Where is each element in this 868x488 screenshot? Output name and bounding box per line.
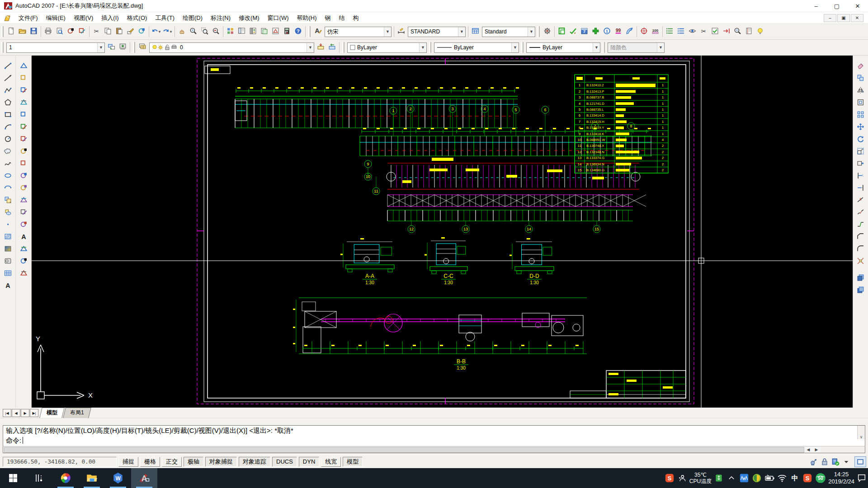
mdi-restore-button[interactable]: ▣ bbox=[837, 14, 850, 22]
menu-item-11[interactable]: 钢 bbox=[321, 13, 335, 23]
list-green-button[interactable] bbox=[664, 26, 675, 38]
tray-arrow-icon[interactable] bbox=[841, 456, 852, 467]
dropdown-arrow-icon[interactable]: ▼ bbox=[511, 43, 519, 52]
maximize-button[interactable]: ▢ bbox=[826, 0, 847, 12]
chamfer-button[interactable] bbox=[855, 231, 866, 243]
tool-palettes-button[interactable] bbox=[247, 26, 259, 38]
designcenter-button[interactable] bbox=[236, 26, 247, 38]
menu-item-5[interactable]: 工具(T) bbox=[151, 13, 179, 23]
tray-action-center-icon[interactable] bbox=[855, 468, 868, 488]
dim-jogged-button[interactable] bbox=[18, 122, 29, 133]
menu-item-7[interactable]: 标注(N) bbox=[207, 13, 235, 23]
break-at-point-button[interactable] bbox=[855, 195, 866, 206]
construction-line-button[interactable] bbox=[2, 73, 14, 84]
table-style-icon-button[interactable] bbox=[470, 26, 481, 38]
polyline-button[interactable] bbox=[2, 85, 14, 96]
insert-block-button[interactable] bbox=[2, 195, 14, 206]
dim-baseline-button[interactable] bbox=[18, 170, 29, 182]
zoom-window-button[interactable] bbox=[199, 26, 210, 38]
sheetset-manager-button[interactable] bbox=[259, 26, 270, 38]
markup-manager-button[interactable] bbox=[270, 26, 281, 38]
notebook-button[interactable] bbox=[743, 26, 755, 38]
tray-usb-green-icon[interactable] bbox=[712, 468, 725, 488]
region-button[interactable] bbox=[2, 256, 14, 267]
arc-button[interactable] bbox=[2, 122, 14, 133]
status-toggle-DUCS[interactable]: DUCS bbox=[272, 457, 297, 467]
drawing-standards-icon[interactable] bbox=[830, 456, 841, 467]
tab-next-button[interactable]: ▶ bbox=[21, 409, 29, 417]
close-button[interactable]: ✕ bbox=[847, 0, 868, 12]
polygon-button[interactable] bbox=[2, 97, 14, 108]
extend-button[interactable] bbox=[855, 183, 866, 194]
draworder-front-button[interactable] bbox=[855, 272, 866, 284]
tray-battery-icon[interactable] bbox=[763, 468, 776, 488]
workspace-combo[interactable]: 1▼ bbox=[6, 42, 105, 53]
taskbar-file-explorer-icon[interactable] bbox=[79, 468, 105, 488]
table-style-combo[interactable]: Standard▼ bbox=[482, 27, 535, 37]
tray-wifi-icon[interactable] bbox=[776, 468, 788, 488]
dropdown-arrow-icon[interactable]: ▼ bbox=[458, 27, 465, 37]
taskbar-wps-icon[interactable]: W bbox=[105, 468, 131, 488]
help-button[interactable]: ? bbox=[292, 26, 304, 38]
dim-continue-button[interactable] bbox=[18, 183, 29, 194]
open-button[interactable] bbox=[17, 26, 28, 38]
redo-button[interactable]: ▼ bbox=[162, 26, 173, 38]
cad-drawing-canvas[interactable]: 1234567891011121314151B.132410.212B.1324… bbox=[32, 56, 853, 408]
plotstyle-combo[interactable]: 随颜色▼ bbox=[608, 42, 665, 53]
dropdown-arrow-icon[interactable]: ▼ bbox=[528, 27, 535, 37]
menu-item-10[interactable]: 帮助(H) bbox=[293, 13, 321, 23]
ellipse-button[interactable] bbox=[2, 170, 14, 182]
table-button[interactable] bbox=[2, 268, 14, 279]
dropdown-arrow-icon[interactable]: ▼ bbox=[419, 43, 426, 52]
dropdown-caret-icon[interactable]: ▼ bbox=[158, 30, 161, 34]
join-button[interactable] bbox=[855, 219, 866, 230]
menu-item-12[interactable]: 结 bbox=[335, 13, 349, 23]
status-toggle-捕捉[interactable]: 捕捉 bbox=[118, 457, 138, 467]
plot-button[interactable] bbox=[42, 26, 54, 38]
eye-button[interactable] bbox=[687, 26, 698, 38]
dim-diameter-button[interactable] bbox=[18, 134, 29, 145]
arrows-red-button[interactable] bbox=[721, 26, 732, 38]
make-object-layer-current-button[interactable] bbox=[315, 42, 326, 53]
quickcalc-button[interactable] bbox=[281, 26, 292, 38]
dim-text-edit-button[interactable] bbox=[18, 244, 29, 255]
status-toggle-DYN[interactable]: DYN bbox=[299, 457, 319, 467]
dim-style-combo[interactable]: STANDARD▼ bbox=[408, 27, 466, 37]
dropdown-arrow-icon[interactable]: ▼ bbox=[657, 43, 664, 52]
command-input-line[interactable]: 命令: bbox=[3, 436, 865, 446]
center-mark-button[interactable] bbox=[18, 219, 29, 230]
dropdown-arrow-icon[interactable]: ▼ bbox=[97, 43, 104, 52]
dim-radius-button[interactable] bbox=[18, 109, 29, 121]
undo-button[interactable]: ▼ bbox=[151, 26, 162, 38]
line-button[interactable] bbox=[2, 61, 14, 72]
mirror-button[interactable] bbox=[855, 85, 866, 96]
menu-item-1[interactable]: 编辑(E) bbox=[42, 13, 70, 23]
fan-blue-button[interactable] bbox=[624, 26, 635, 38]
block-editor-button[interactable] bbox=[136, 26, 147, 38]
properties-button[interactable] bbox=[225, 26, 236, 38]
cpu-temperature-readout[interactable]: 35℃CPU温度 bbox=[689, 468, 712, 488]
dropdown-caret-icon[interactable]: ▼ bbox=[169, 30, 173, 34]
tab-first-button[interactable]: |◀ bbox=[3, 409, 11, 417]
pan-button[interactable] bbox=[176, 26, 188, 38]
dim-aligned-button[interactable] bbox=[18, 73, 29, 84]
gradient-button[interactable] bbox=[2, 244, 14, 255]
zoom-realtime-button[interactable]: + bbox=[188, 26, 199, 38]
menu-item-13[interactable]: 构 bbox=[349, 13, 363, 23]
menu-item-2[interactable]: 视图(V) bbox=[70, 13, 97, 23]
copy-object-button[interactable] bbox=[855, 73, 866, 84]
make-block-button[interactable] bbox=[2, 207, 14, 218]
circle-button[interactable] bbox=[2, 134, 14, 145]
dim-update-button[interactable] bbox=[18, 256, 29, 267]
erase-button[interactable] bbox=[855, 61, 866, 72]
rotate-button[interactable] bbox=[855, 134, 866, 145]
check-pen-button[interactable] bbox=[567, 26, 579, 38]
revision-cloud-button[interactable] bbox=[2, 146, 14, 157]
linetype-combo[interactable]: ByLayer▼ bbox=[434, 42, 519, 53]
status-toggle-模型[interactable]: 模型 bbox=[343, 457, 363, 467]
command-splitter[interactable] bbox=[0, 418, 868, 425]
circle-1-button[interactable]: 1 bbox=[601, 26, 613, 38]
array-button[interactable] bbox=[855, 109, 866, 121]
taskbar-task-view-icon[interactable] bbox=[26, 468, 52, 488]
scissors-alt-button[interactable]: ✂ bbox=[698, 26, 709, 38]
